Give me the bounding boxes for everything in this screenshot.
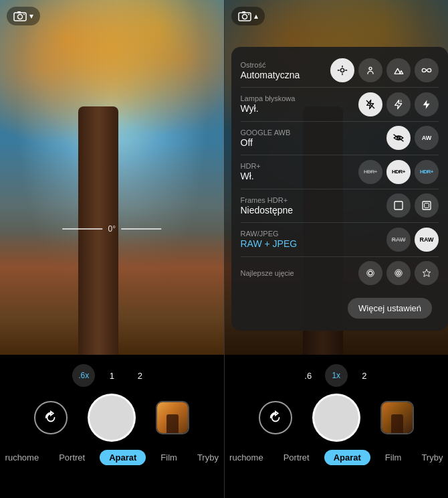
flash-label: Lampa błyskowa: [241, 94, 359, 102]
right-zoom-controls: .6 1x 2: [297, 364, 376, 387]
svg-text:A: A: [400, 100, 403, 103]
more-settings-button[interactable]: Więcej ustawień: [348, 298, 432, 319]
raw-label: RAW/JPEG: [241, 230, 387, 238]
tab-portret-left[interactable]: Portret: [53, 450, 90, 465]
scene-background: [0, 0, 224, 355]
right-camera-controls: [225, 394, 449, 442]
camera-mode-btn-right[interactable]: ▴: [231, 7, 265, 25]
raw-text: RAW/JPEG RAW + JPEG: [241, 230, 387, 249]
hdr-label: HDR+: [241, 162, 359, 170]
gallery-thumbnail-right[interactable]: [380, 401, 414, 434]
foliage-overlay: [0, 0, 224, 195]
focus-text: Ostrość Automatyczna: [241, 61, 331, 80]
flash-text: Lampa błyskowa Wył.: [241, 94, 359, 114]
best-text: Najlepsze ujęcie: [241, 269, 359, 278]
gallery-thumbnail-left[interactable]: [156, 401, 189, 434]
right-mode-tabs: ruchome Portret Aparat Film Tryby: [225, 450, 449, 465]
tab-film-left[interactable]: Film: [155, 450, 183, 465]
focus-value: Automatyczna: [241, 70, 331, 80]
tab-tryby-right[interactable]: Tryby: [416, 450, 448, 465]
focus-infinity-icon[interactable]: [415, 58, 439, 82]
flash-icons: A: [358, 92, 439, 116]
tab-aparat-left[interactable]: Aparat: [100, 450, 146, 465]
frames-label: Frames HDR+: [241, 196, 387, 204]
level-indicator-left: 0°: [63, 224, 161, 234]
hdr-value: Wł.: [241, 171, 359, 181]
thumbnail-image-right: [382, 402, 413, 433]
tab-ruchome-right[interactable]: ruchome: [225, 450, 269, 465]
raw-on-icon[interactable]: RAW: [415, 228, 439, 252]
zoom-2x-left[interactable]: 2: [128, 364, 151, 387]
focus-portrait-icon[interactable]: [358, 58, 382, 82]
tab-ruchome-left[interactable]: ruchome: [0, 450, 44, 465]
focus-icons: [330, 58, 439, 82]
focus-auto-icon[interactable]: [330, 58, 354, 82]
frames-on-icon[interactable]: [415, 193, 439, 218]
svg-point-18: [367, 270, 374, 277]
settings-row-raw[interactable]: RAW/JPEG RAW + JPEG RAW RAW: [231, 223, 449, 256]
tab-aparat-right[interactable]: Aparat: [324, 450, 370, 465]
raw-off-icon[interactable]: RAW: [386, 228, 411, 252]
best-shot-icon-2[interactable]: [386, 261, 411, 285]
settings-row-frames[interactable]: Frames HDR+ Niedostępne: [231, 189, 449, 222]
camera-viewfinder-left: [0, 0, 224, 355]
right-camera-panel: ▴ Ostrość Automatyczna: [225, 0, 449, 498]
hdr-off-icon[interactable]: HDR+: [358, 160, 382, 184]
hdr-text: HDR+ Wł.: [241, 162, 359, 181]
frames-icons: [386, 193, 439, 218]
flash-off-icon[interactable]: [358, 92, 382, 116]
zoom-0-6x-left[interactable]: .6x: [72, 364, 95, 387]
hdr-on-icon[interactable]: HDR+: [386, 160, 411, 184]
svg-point-5: [242, 15, 247, 19]
left-mode-tabs: ruchome Portret Aparat Film Tryby: [0, 450, 224, 465]
svg-rect-16: [425, 203, 429, 208]
more-settings-container: Więcej ustawień: [231, 290, 449, 324]
camera-switch-icon-right: [238, 11, 251, 21]
zoom-2x-right[interactable]: 2: [353, 364, 376, 387]
settings-row-focus[interactable]: Ostrość Automatyczna: [231, 54, 449, 87]
settings-row-awb[interactable]: GOOGLE AWB Off AW: [231, 121, 449, 155]
svg-rect-6: [242, 11, 245, 13]
hdr-enhanced-icon[interactable]: HDR+: [415, 160, 439, 184]
left-camera-panel: ▾ 0° .6x 1 2: [0, 0, 224, 498]
rotate-button-left[interactable]: [34, 401, 68, 434]
rotate-button-right[interactable]: [259, 401, 292, 434]
tab-portret-right[interactable]: Portret: [278, 450, 315, 465]
svg-point-7: [248, 14, 249, 15]
focus-mountain-icon[interactable]: [386, 58, 411, 82]
zoom-0-6x-right[interactable]: .6: [297, 364, 320, 387]
best-shot-icons: [358, 261, 439, 285]
settings-row-flash[interactable]: Lampa błyskowa Wył. A: [231, 88, 449, 121]
rotate-icon-right: [268, 410, 283, 425]
awb-off-icon[interactable]: [386, 126, 411, 150]
frames-value: Niedostępne: [241, 205, 387, 216]
shutter-button-left[interactable]: [88, 394, 136, 442]
best-shot-icon-3[interactable]: [415, 261, 439, 285]
right-header: ▴: [231, 7, 265, 25]
frames-text: Frames HDR+ Niedostępne: [241, 196, 387, 216]
hdr-icons: HDR+ HDR+ HDR+: [358, 160, 439, 184]
camera-mode-btn-left[interactable]: ▾: [7, 7, 40, 25]
focus-label: Ostrość: [241, 61, 331, 69]
best-shot-icon-1[interactable]: [358, 261, 382, 285]
flash-auto-icon[interactable]: A: [386, 92, 411, 116]
tab-tryby-left[interactable]: Tryby: [192, 450, 224, 465]
right-bottom-bar: .6 1x 2 ruchome Portret Ap: [225, 355, 449, 498]
tab-film-right[interactable]: Film: [380, 450, 407, 465]
svg-rect-14: [395, 201, 403, 210]
chevron-up-icon: ▴: [254, 11, 258, 21]
zoom-1x-right[interactable]: 1x: [325, 364, 348, 387]
awb-auto-icon[interactable]: AW: [415, 126, 439, 150]
rotate-icon-left: [43, 410, 58, 425]
flash-on-icon[interactable]: [415, 92, 439, 116]
raw-icons: RAW RAW: [386, 228, 439, 252]
zoom-1x-left[interactable]: 1: [100, 364, 123, 387]
settings-row-best[interactable]: Najlepsze ujęcie: [231, 256, 449, 290]
shutter-button-right[interactable]: [312, 394, 360, 442]
awb-icons: AW: [386, 126, 439, 150]
frames-off-icon[interactable]: [386, 193, 411, 218]
svg-point-3: [23, 14, 25, 15]
level-line-left: [63, 228, 103, 230]
settings-row-hdr[interactable]: HDR+ Wł. HDR+ HDR+ HDR+: [231, 155, 449, 189]
svg-point-9: [369, 67, 372, 70]
